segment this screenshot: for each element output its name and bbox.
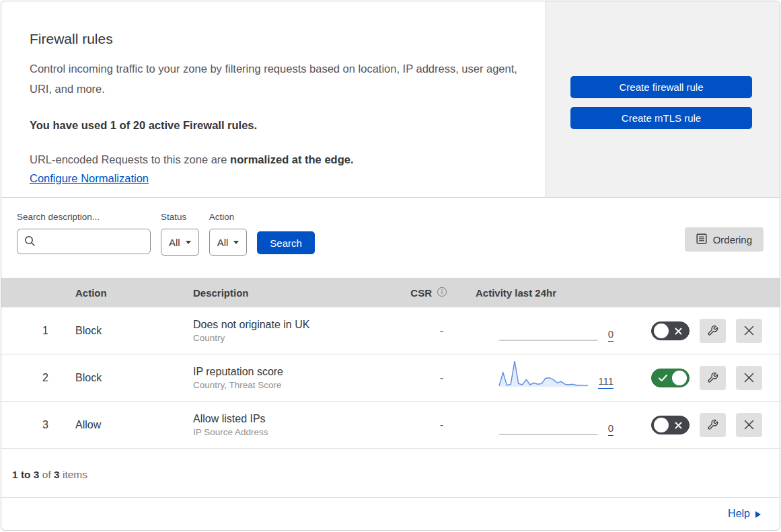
x-mark-icon [675,422,682,429]
rule-description: IP reputation score [193,366,398,378]
rule-activity-cell: 0 [465,311,630,350]
close-icon [744,420,754,430]
filter-bar: Search description... Status All Action … [1,198,780,273]
toggle-knob [654,324,669,338]
toggle-knob [672,371,687,385]
usage-notice: You have used 1 of 20 active Firewall ru… [30,119,525,132]
action-filter-group: Action All [209,212,248,256]
activity-count-link[interactable]: 0 [608,422,613,436]
csr-column-header: CSR [398,287,465,299]
rule-action: Block [65,372,182,384]
help-link-label: Help [728,508,750,520]
rule-description: Does not originate in UK [193,319,398,331]
edit-rule-button[interactable] [700,413,726,437]
search-button[interactable]: Search [257,231,315,254]
action-panel: Create firewall rule Create mTLS rule [546,1,780,197]
rule-activity-cell: 0 [465,405,630,445]
rule-description-cell: Allow listed IPs IP Source Address [182,413,398,437]
rule-enabled-toggle[interactable] [651,321,690,340]
ordering-button-label: Ordering [713,234,752,245]
header-section: Firewall rules Control incoming traffic … [1,1,780,198]
rule-controls [630,366,780,390]
rule-description: Allow listed IPs [193,413,398,425]
delete-rule-button[interactable] [736,413,762,437]
rule-csr: - [398,325,465,336]
search-box [17,229,151,254]
chevron-down-icon [186,241,191,244]
action-column-header: Action [65,287,182,299]
firewall-rules-card: Firewall rules Control incoming traffic … [1,1,780,531]
items-label: items [63,469,87,480]
create-firewall-rule-button[interactable]: Create firewall rule [570,76,752,98]
page-description: Control incoming traffic to your zone by… [30,59,525,99]
activity-sparkline [498,311,599,342]
activity-count-link[interactable]: 111 [598,375,613,389]
table-row: 3 Allow Allow listed IPs IP Source Addre… [1,402,780,449]
status-dropdown[interactable]: All [161,229,199,256]
activity-sparkline [498,358,589,389]
arrow-right-icon [755,511,761,518]
rule-enabled-toggle[interactable] [651,416,690,434]
action-dropdown-value: All [217,237,229,248]
check-icon [659,375,667,382]
activity-count-link[interactable]: 0 [608,328,613,342]
rule-description-cell: Does not originate in UK Country [182,319,398,343]
table-row: 2 Block IP reputation score Country, Thr… [1,354,780,402]
x-mark-icon [675,328,682,335]
search-filter-group: Search description... [17,212,151,254]
wrench-icon [707,419,718,430]
action-dropdown[interactable]: All [209,229,248,256]
help-bar: Help [1,497,780,530]
rule-fields: Country, Threat Score [193,380,398,390]
close-icon [744,373,754,383]
normalization-prefix: URL-encoded Requests to this zone are [30,153,227,165]
search-input[interactable] [17,229,151,254]
rule-controls [630,413,780,437]
search-icon [24,235,36,250]
status-label: Status [161,212,199,223]
status-filter-group: Status All [161,212,199,256]
rule-action: Block [65,325,182,337]
activity-column-header: Activity last 24hr [465,287,630,299]
rule-fields: IP Source Address [193,427,398,437]
wrench-icon [707,325,718,336]
info-icon[interactable] [437,287,447,299]
of-label: of [42,469,51,480]
pagination-summary: 1 to 3 of 3 items [1,449,780,497]
rule-description-cell: IP reputation score Country, Threat Scor… [182,366,398,390]
csr-column-label: CSR [410,287,432,299]
table-header: Action Description CSR Activity last 24h… [1,278,780,307]
toggle-knob [654,418,669,432]
ordering-list-icon [696,233,707,246]
rule-priority: 2 [1,372,65,384]
rule-priority: 1 [1,325,65,337]
configure-normalization-link[interactable]: Configure Normalization [30,172,149,184]
edit-rule-button[interactable] [700,319,726,343]
page-title: Firewall rules [30,31,525,47]
chevron-down-icon [233,241,239,244]
wrench-icon [707,372,718,383]
items-total: 3 [54,469,60,480]
rule-action: Allow [65,419,182,431]
ordering-button[interactable]: Ordering [685,227,764,252]
rule-csr: - [398,419,465,430]
rule-controls [630,319,780,343]
table-row: 1 Block Does not originate in UK Country… [1,307,780,354]
rule-priority: 3 [1,419,65,431]
rule-fields: Country [193,333,398,343]
activity-sparkline [498,405,599,436]
create-mtls-rule-button[interactable]: Create mTLS rule [570,107,752,129]
items-range: 1 to 3 [12,469,39,480]
rule-enabled-toggle[interactable] [651,369,690,387]
status-dropdown-value: All [169,237,180,248]
delete-rule-button[interactable] [736,366,762,390]
rule-activity-cell: 111 [465,358,630,397]
description-column-header: Description [182,287,398,299]
delete-rule-button[interactable] [736,319,762,343]
help-link[interactable]: Help [728,508,761,520]
normalization-text: URL-encoded Requests to this zone are no… [30,153,525,166]
rule-csr: - [398,372,465,383]
header-text-block: Firewall rules Control incoming traffic … [1,1,546,197]
normalization-bold: normalized at the edge. [230,153,353,165]
edit-rule-button[interactable] [700,366,726,390]
